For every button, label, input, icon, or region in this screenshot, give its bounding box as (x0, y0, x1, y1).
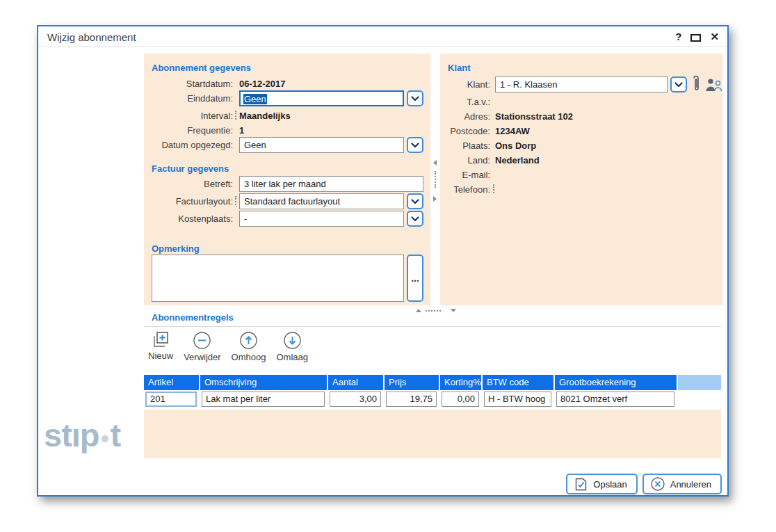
datum-opgezegd-dropdown-button[interactable] (407, 137, 423, 153)
section-title-abonnement: Abonnement gegevens (152, 63, 251, 73)
opmerking-textarea[interactable] (152, 255, 404, 302)
stipt-logo: stıpt (44, 416, 120, 454)
contacts-icon[interactable] (704, 77, 722, 92)
cell-btw-code[interactable]: H - BTW hoog (484, 392, 551, 407)
value-land: Nederland (495, 155, 540, 166)
section-title-abonnementregels: Abonnementregels (152, 312, 234, 323)
delete-line-button[interactable]: Verwijder (184, 331, 220, 362)
grid-row: 201 Lak mat per liter 3,00 19,75 0,00 H … (144, 390, 721, 410)
splitter-collapse-right-icon[interactable] (433, 196, 437, 202)
chevron-down-icon (411, 143, 419, 148)
save-button-label: Opslaan (593, 479, 627, 490)
tool-label: Omlaag (276, 352, 308, 362)
dialog-wijzig-abonnement: Wijzig abonnement ? ✕ Abonnement gegeven… (37, 25, 729, 497)
cancel-x-circle-icon (650, 476, 665, 492)
chevron-down-icon (411, 96, 419, 102)
label-tav: T.a.v.: (440, 97, 490, 107)
lines-grid: Artikel Omschrijving Aantal Prijs Kortin… (144, 375, 721, 458)
save-check-icon (574, 477, 588, 492)
column-header-prijs: Prijs (385, 375, 440, 390)
kostenplaats-dropdown-button[interactable] (407, 211, 423, 227)
move-up-button[interactable]: Omhoog (232, 331, 266, 362)
column-header-korting: Korting% (440, 375, 483, 390)
cancel-button[interactable]: Annuleren (642, 474, 722, 494)
splitter-collapse-left-icon[interactable] (433, 160, 437, 166)
datum-opgezegd-input[interactable]: Geen (239, 137, 404, 153)
interval-grip-handle (235, 111, 236, 120)
chevron-down-icon (411, 199, 419, 204)
label-einddatum: Einddatum: (144, 93, 233, 104)
einddatum-dropdown-button[interactable] (407, 90, 423, 106)
label-postcode: Postcode: (440, 126, 490, 136)
cell-grootboekrekening[interactable]: 8021 Omzet verf (556, 392, 674, 407)
klant-input[interactable]: 1 - R. Klaasen (495, 76, 668, 92)
minus-circle-icon (193, 331, 211, 350)
logo-dot-icon (102, 435, 108, 442)
column-header-grootboekrekening: Grootboekrekening (555, 375, 678, 390)
new-icon (152, 331, 169, 348)
cell-korting[interactable]: 0,00 (442, 392, 479, 407)
column-header-omschrijving: Omschrijving (200, 375, 328, 390)
label-startdatum: Startdatum: (144, 79, 233, 89)
paperclip-icon[interactable] (691, 75, 701, 94)
logo-text-left: stıp (44, 417, 99, 453)
splitter-collapse-down-icon[interactable] (451, 309, 456, 312)
chevron-down-icon (674, 82, 683, 88)
window-controls: ? ✕ (675, 31, 719, 42)
label-betreft: Betreft: (144, 179, 233, 189)
einddatum-input[interactable]: Geen (239, 90, 404, 106)
einddatum-selected-text: Geen (243, 94, 267, 104)
section-separator (144, 326, 721, 327)
grid-header-row: Artikel Omschrijving Aantal Prijs Kortin… (144, 375, 721, 390)
splitter-grip-icon[interactable] (435, 171, 436, 188)
cell-aantal[interactable]: 3,00 (330, 392, 381, 407)
splitter-collapse-up-icon[interactable] (416, 309, 421, 312)
label-land: Land: (440, 155, 490, 166)
label-interval: Interval: (144, 111, 233, 121)
tool-label: Omhoog (232, 352, 266, 362)
splitter-hgrip-icon[interactable] (426, 310, 441, 312)
new-line-button[interactable]: Nieuw (148, 331, 173, 362)
window-title: Wijzig abonnement (47, 31, 136, 43)
cell-prijs[interactable]: 19,75 (386, 392, 437, 407)
label-frequentie: Frequentie: (144, 125, 233, 136)
kostenplaats-input[interactable]: - (239, 211, 404, 227)
lines-toolbar: Nieuw Verwijder Omhoog (148, 331, 308, 362)
factuurlayout-dropdown-button[interactable] (407, 193, 423, 209)
footer-buttons: Opslaan Annuleren (566, 474, 722, 494)
grid-empty-area (144, 410, 721, 458)
section-title-opmerking: Opmerking (152, 243, 200, 254)
column-header-aantal: Aantal (328, 375, 385, 390)
close-button[interactable]: ✕ (710, 31, 719, 42)
label-telefoon: Telefoon: (440, 184, 490, 195)
tool-label: Nieuw (148, 350, 173, 361)
maximize-button[interactable] (690, 34, 701, 42)
section-title-klant: Klant (448, 63, 471, 73)
panel-subscription: Abonnement gegevens Startdatum: 06-12-20… (144, 54, 430, 305)
value-postcode: 1234AW (495, 126, 530, 136)
column-header-artikel: Artikel (144, 375, 200, 390)
cell-omschrijving[interactable]: Lak mat per liter (202, 392, 325, 407)
label-klant: Klant: (440, 79, 490, 90)
section-title-factuur: Factuur gegevens (152, 163, 229, 174)
help-button[interactable]: ? (675, 31, 681, 42)
factuurlayout-input[interactable]: Standaard factuurlayout (239, 193, 404, 209)
label-email: E-mail: (440, 170, 490, 180)
telefoon-grip-handle (493, 184, 494, 193)
klant-dropdown-button[interactable] (670, 76, 687, 92)
save-button[interactable]: Opslaan (566, 474, 637, 494)
arrow-up-circle-icon (239, 331, 258, 350)
opmerking-more-button[interactable]: ... (407, 255, 423, 302)
logo-text-right: t (111, 417, 121, 453)
panel-customer: Klant Klant: 1 - R. Klaasen T.a.v.: Adre… (440, 54, 722, 305)
betreft-input[interactable]: 3 liter lak per maand (239, 176, 423, 192)
cell-artikel[interactable]: 201 (145, 392, 197, 407)
move-down-button[interactable]: Omlaag (276, 331, 308, 362)
value-adres: Stationsstraat 102 (495, 111, 573, 122)
value-frequentie: 1 (239, 125, 244, 136)
tool-label: Verwijder (184, 352, 220, 362)
label-plaats: Plaats: (440, 140, 490, 151)
value-plaats: Ons Dorp (495, 140, 536, 151)
arrow-down-circle-icon (283, 331, 302, 350)
value-interval: Maandelijks (239, 111, 291, 121)
